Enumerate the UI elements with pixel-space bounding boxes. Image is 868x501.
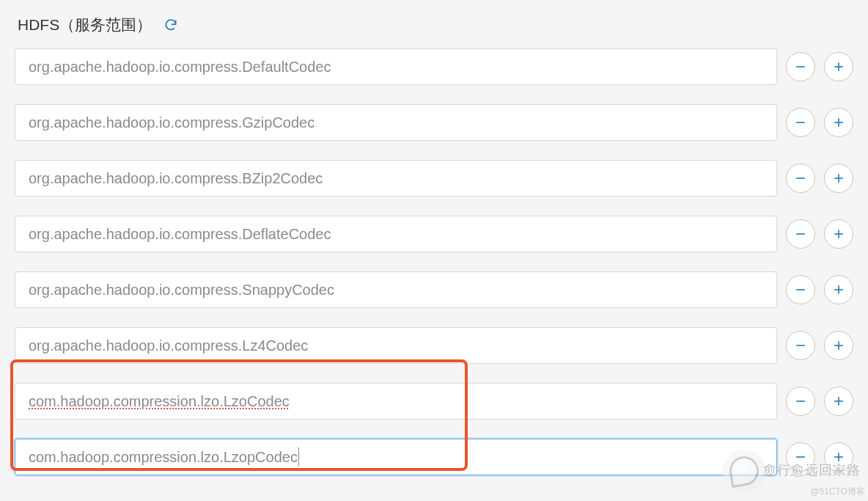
codec-input[interactable]: org.apache.hadoop.io.compress.SnappyCode… bbox=[15, 271, 777, 308]
codec-row: org.apache.hadoop.io.compress.DefaultCod… bbox=[15, 48, 853, 85]
codec-input[interactable]: org.apache.hadoop.io.compress.DefaultCod… bbox=[15, 48, 777, 85]
codec-value: org.apache.hadoop.io.compress.BZip2Codec bbox=[29, 170, 323, 187]
add-button[interactable] bbox=[824, 52, 853, 81]
add-button[interactable] bbox=[824, 331, 853, 360]
remove-button[interactable] bbox=[786, 164, 815, 193]
codec-row: org.apache.hadoop.io.compress.Lz4Codec bbox=[15, 327, 853, 364]
codec-row: com.hadoop.compression.lzo.LzoCodec bbox=[15, 383, 853, 420]
remove-button[interactable] bbox=[786, 52, 815, 81]
remove-button[interactable] bbox=[786, 387, 815, 416]
text-caret bbox=[298, 447, 299, 467]
codec-row: org.apache.hadoop.io.compress.BZip2Codec bbox=[15, 160, 853, 197]
add-button[interactable] bbox=[824, 108, 853, 137]
remove-button[interactable] bbox=[786, 108, 815, 137]
codec-row: org.apache.hadoop.io.compress.GzipCodec bbox=[15, 104, 853, 141]
refresh-icon[interactable] bbox=[163, 18, 178, 32]
codec-input[interactable]: org.apache.hadoop.io.compress.DeflateCod… bbox=[15, 216, 777, 252]
codec-input[interactable]: org.apache.hadoop.io.compress.BZip2Codec bbox=[15, 160, 777, 197]
codec-value: com.hadoop.compression.lzo.LzopCodec bbox=[29, 449, 298, 466]
codec-input[interactable]: org.apache.hadoop.io.compress.GzipCodec bbox=[15, 104, 777, 141]
watermark-logo bbox=[723, 450, 765, 492]
remove-button[interactable] bbox=[786, 275, 815, 304]
codec-value: org.apache.hadoop.io.compress.Lz4Codec bbox=[29, 337, 308, 354]
codec-value: org.apache.hadoop.io.compress.DefaultCod… bbox=[29, 59, 331, 76]
remove-button[interactable] bbox=[786, 331, 815, 360]
codec-value: org.apache.hadoop.io.compress.SnappyCode… bbox=[29, 282, 334, 299]
codec-input[interactable]: com.hadoop.compression.lzo.LzoCodec bbox=[15, 383, 777, 420]
watermark-attribution: @51CTO博客 bbox=[810, 486, 865, 498]
codec-row: org.apache.hadoop.io.compress.DeflateCod… bbox=[15, 216, 853, 252]
codec-input[interactable]: com.hadoop.compression.lzo.LzopCodec bbox=[15, 439, 777, 475]
section-title: HDFS（服务范围） bbox=[18, 15, 152, 35]
section-header: HDFS（服务范围） bbox=[15, 15, 853, 35]
codec-input[interactable]: org.apache.hadoop.io.compress.Lz4Codec bbox=[15, 327, 777, 364]
codec-list: org.apache.hadoop.io.compress.DefaultCod… bbox=[15, 48, 853, 475]
codec-value: org.apache.hadoop.io.compress.DeflateCod… bbox=[29, 226, 331, 243]
add-button[interactable] bbox=[824, 275, 853, 304]
watermark-text: 愈行愈远回家路 bbox=[763, 461, 861, 479]
codec-value: org.apache.hadoop.io.compress.GzipCodec bbox=[29, 114, 315, 131]
add-button[interactable] bbox=[824, 219, 853, 249]
add-button[interactable] bbox=[824, 387, 853, 416]
codec-value: com.hadoop.compression.lzo.LzoCodec bbox=[29, 393, 290, 410]
add-button[interactable] bbox=[824, 164, 853, 193]
codec-row: org.apache.hadoop.io.compress.SnappyCode… bbox=[15, 271, 853, 308]
remove-button[interactable] bbox=[786, 219, 815, 249]
